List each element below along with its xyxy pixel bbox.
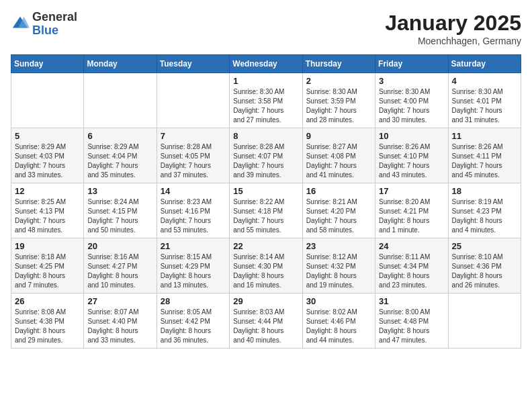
calendar-cell: [157, 73, 229, 128]
day-number: 2: [306, 76, 371, 86]
day-info: Sunrise: 8:30 AM Sunset: 4:01 PM Dayligh…: [452, 87, 517, 125]
calendar-cell: 18Sunrise: 8:19 AM Sunset: 4:23 PM Dayli…: [448, 183, 521, 238]
day-info: Sunrise: 8:00 AM Sunset: 4:48 PM Dayligh…: [379, 308, 444, 345]
day-number: 19: [15, 241, 80, 251]
calendar-cell: 7Sunrise: 8:28 AM Sunset: 4:05 PM Daylig…: [157, 128, 229, 183]
day-number: 8: [233, 131, 298, 141]
day-info: Sunrise: 8:05 AM Sunset: 4:42 PM Dayligh…: [161, 308, 226, 345]
weekday-header-friday: Friday: [375, 55, 448, 73]
day-info: Sunrise: 8:15 AM Sunset: 4:29 PM Dayligh…: [161, 253, 226, 290]
day-number: 1: [233, 76, 298, 86]
calendar-cell: 11Sunrise: 8:26 AM Sunset: 4:11 PM Dayli…: [448, 128, 521, 183]
day-info: Sunrise: 8:23 AM Sunset: 4:16 PM Dayligh…: [161, 197, 226, 235]
day-info: Sunrise: 8:24 AM Sunset: 4:15 PM Dayligh…: [87, 197, 152, 235]
calendar-cell: 14Sunrise: 8:23 AM Sunset: 4:16 PM Dayli…: [157, 183, 229, 238]
weekday-header-wednesday: Wednesday: [230, 55, 302, 73]
day-number: 17: [379, 186, 444, 196]
calendar-cell: 25Sunrise: 8:10 AM Sunset: 4:36 PM Dayli…: [448, 238, 521, 293]
calendar-cell: 22Sunrise: 8:14 AM Sunset: 4:30 PM Dayli…: [230, 238, 302, 293]
day-number: 20: [87, 241, 152, 251]
day-number: 5: [15, 131, 80, 141]
day-number: 26: [15, 296, 80, 306]
calendar-cell: 6Sunrise: 8:29 AM Sunset: 4:04 PM Daylig…: [84, 128, 157, 183]
weekday-header-thursday: Thursday: [302, 55, 375, 73]
calendar-header-row: SundayMondayTuesdayWednesdayThursdayFrid…: [11, 55, 521, 73]
weekday-header-monday: Monday: [84, 55, 157, 73]
calendar-cell: 29Sunrise: 8:03 AM Sunset: 4:44 PM Dayli…: [230, 293, 302, 349]
calendar-table: SundayMondayTuesdayWednesdayThursdayFrid…: [11, 54, 521, 349]
calendar-cell: 28Sunrise: 8:05 AM Sunset: 4:42 PM Dayli…: [157, 293, 229, 349]
day-info: Sunrise: 8:02 AM Sunset: 4:46 PM Dayligh…: [306, 308, 371, 345]
day-info: Sunrise: 8:14 AM Sunset: 4:30 PM Dayligh…: [233, 253, 298, 290]
day-info: Sunrise: 8:27 AM Sunset: 4:08 PM Dayligh…: [306, 142, 371, 180]
calendar-cell: 17Sunrise: 8:20 AM Sunset: 4:21 PM Dayli…: [375, 183, 448, 238]
day-number: 6: [87, 131, 152, 141]
weekday-header-tuesday: Tuesday: [157, 55, 229, 73]
day-info: Sunrise: 8:30 AM Sunset: 4:00 PM Dayligh…: [379, 87, 444, 125]
calendar-cell: 3Sunrise: 8:30 AM Sunset: 4:00 PM Daylig…: [375, 73, 448, 128]
calendar-cell: 19Sunrise: 8:18 AM Sunset: 4:25 PM Dayli…: [11, 238, 84, 293]
calendar-week-row: 5Sunrise: 8:29 AM Sunset: 4:03 PM Daylig…: [11, 128, 521, 183]
calendar-cell: 30Sunrise: 8:02 AM Sunset: 4:46 PM Dayli…: [302, 293, 375, 349]
day-number: 3: [379, 76, 444, 86]
logo-general-text: General: [32, 10, 77, 24]
day-number: 27: [87, 296, 152, 306]
calendar-cell: 2Sunrise: 8:30 AM Sunset: 3:59 PM Daylig…: [302, 73, 375, 128]
calendar-cell: 9Sunrise: 8:27 AM Sunset: 4:08 PM Daylig…: [302, 128, 375, 183]
day-number: 4: [452, 76, 517, 86]
logo-icon: [11, 15, 30, 34]
calendar-week-row: 12Sunrise: 8:25 AM Sunset: 4:13 PM Dayli…: [11, 183, 521, 238]
day-info: Sunrise: 8:18 AM Sunset: 4:25 PM Dayligh…: [15, 253, 80, 290]
page-header: General Blue January 2025 Moenchhagen, G…: [11, 11, 521, 46]
logo: General Blue: [11, 11, 77, 38]
day-number: 21: [161, 241, 226, 251]
day-number: 14: [161, 186, 226, 196]
day-number: 28: [161, 296, 226, 306]
logo-blue-text: Blue: [32, 24, 58, 37]
day-info: Sunrise: 8:29 AM Sunset: 4:04 PM Dayligh…: [87, 142, 152, 180]
calendar-cell: 21Sunrise: 8:15 AM Sunset: 4:29 PM Dayli…: [157, 238, 229, 293]
day-info: Sunrise: 8:26 AM Sunset: 4:10 PM Dayligh…: [379, 142, 444, 180]
calendar-cell: [11, 73, 84, 128]
day-info: Sunrise: 8:29 AM Sunset: 4:03 PM Dayligh…: [15, 142, 80, 180]
day-info: Sunrise: 8:30 AM Sunset: 3:58 PM Dayligh…: [233, 87, 298, 125]
calendar-cell: [448, 293, 521, 349]
day-number: 16: [306, 186, 371, 196]
month-year-title: January 2025: [385, 11, 521, 36]
day-number: 24: [379, 241, 444, 251]
calendar-cell: 31Sunrise: 8:00 AM Sunset: 4:48 PM Dayli…: [375, 293, 448, 349]
weekday-header-saturday: Saturday: [448, 55, 521, 73]
day-info: Sunrise: 8:11 AM Sunset: 4:34 PM Dayligh…: [379, 253, 444, 290]
calendar-cell: 20Sunrise: 8:16 AM Sunset: 4:27 PM Dayli…: [84, 238, 157, 293]
day-info: Sunrise: 8:28 AM Sunset: 4:05 PM Dayligh…: [161, 142, 226, 180]
day-info: Sunrise: 8:30 AM Sunset: 3:59 PM Dayligh…: [306, 87, 371, 125]
location-subtitle: Moenchhagen, Germany: [385, 36, 521, 46]
day-info: Sunrise: 8:28 AM Sunset: 4:07 PM Dayligh…: [233, 142, 298, 180]
title-block: January 2025 Moenchhagen, Germany: [385, 11, 521, 46]
day-info: Sunrise: 8:10 AM Sunset: 4:36 PM Dayligh…: [452, 253, 517, 290]
day-number: 11: [452, 131, 517, 141]
day-info: Sunrise: 8:03 AM Sunset: 4:44 PM Dayligh…: [233, 308, 298, 345]
day-number: 31: [379, 296, 444, 306]
day-number: 18: [452, 186, 517, 196]
day-info: Sunrise: 8:08 AM Sunset: 4:38 PM Dayligh…: [15, 308, 80, 345]
day-info: Sunrise: 8:12 AM Sunset: 4:32 PM Dayligh…: [306, 253, 371, 290]
day-number: 12: [15, 186, 80, 196]
day-info: Sunrise: 8:20 AM Sunset: 4:21 PM Dayligh…: [379, 197, 444, 235]
calendar-cell: 26Sunrise: 8:08 AM Sunset: 4:38 PM Dayli…: [11, 293, 84, 349]
calendar-cell: 27Sunrise: 8:07 AM Sunset: 4:40 PM Dayli…: [84, 293, 157, 349]
calendar-week-row: 19Sunrise: 8:18 AM Sunset: 4:25 PM Dayli…: [11, 238, 521, 293]
day-number: 30: [306, 296, 371, 306]
day-info: Sunrise: 8:07 AM Sunset: 4:40 PM Dayligh…: [87, 308, 152, 345]
day-number: 29: [233, 296, 298, 306]
calendar-cell: 10Sunrise: 8:26 AM Sunset: 4:10 PM Dayli…: [375, 128, 448, 183]
calendar-cell: 24Sunrise: 8:11 AM Sunset: 4:34 PM Dayli…: [375, 238, 448, 293]
day-number: 23: [306, 241, 371, 251]
day-number: 10: [379, 131, 444, 141]
day-info: Sunrise: 8:22 AM Sunset: 4:18 PM Dayligh…: [233, 197, 298, 235]
day-info: Sunrise: 8:25 AM Sunset: 4:13 PM Dayligh…: [15, 197, 80, 235]
day-number: 15: [233, 186, 298, 196]
calendar-cell: 16Sunrise: 8:21 AM Sunset: 4:20 PM Dayli…: [302, 183, 375, 238]
day-info: Sunrise: 8:19 AM Sunset: 4:23 PM Dayligh…: [452, 197, 517, 235]
weekday-header-sunday: Sunday: [11, 55, 84, 73]
